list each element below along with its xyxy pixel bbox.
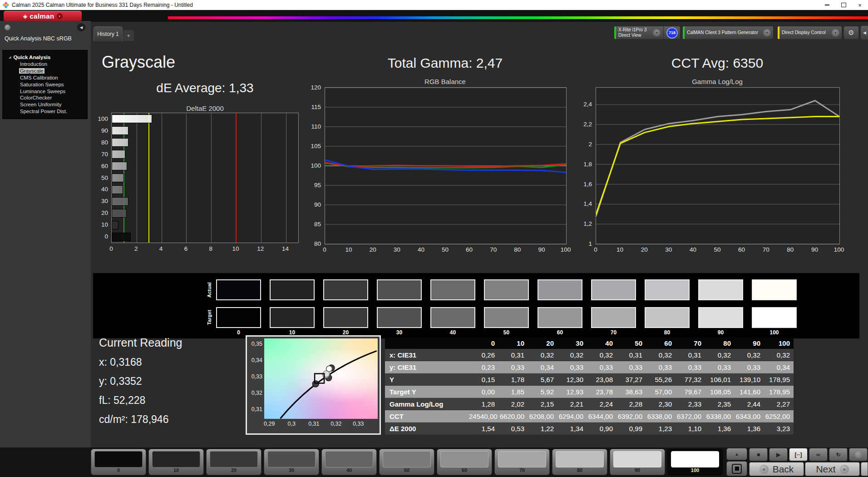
sidebar-item-spectral-power-dist[interactable]: Spectral Power Dist. — [3, 108, 87, 115]
sidebar-collapse-button[interactable]: ◀ — [77, 23, 85, 31]
sidebar-item-introduction[interactable]: Introduction — [3, 61, 87, 68]
sidebar-item-grayscale[interactable]: Grayscale — [3, 68, 87, 75]
sidebar-item-cms-calibration[interactable]: CMS Calibration — [3, 75, 87, 81]
record-button[interactable] — [849, 448, 868, 461]
pattern-window-button[interactable]: [··] — [789, 448, 808, 461]
deltae-bar-30 — [112, 197, 128, 206]
pattern-patch-100[interactable]: 100 — [667, 449, 723, 475]
back-button[interactable]: « Back — [749, 462, 804, 476]
cut-off-button[interactable] — [861, 462, 868, 476]
stop-button[interactable]: ■ — [749, 448, 768, 461]
axis-tick-label: 0 — [323, 246, 326, 253]
deltae-bar-80 — [112, 138, 128, 147]
gamma-y-axis-labels: 11,21,41,61,822,22,4 — [576, 87, 594, 243]
sidebar-item-luminance-sweeps[interactable]: Luminance Sweeps — [3, 88, 87, 94]
tree-root-quick-analysis[interactable]: ◢ Quick Analysis — [3, 54, 87, 61]
actual-swatch-90 — [698, 279, 743, 300]
target-swatch-10 — [270, 307, 315, 328]
deltae-tick-label: 60 — [101, 162, 108, 169]
next-button[interactable]: Next » — [805, 462, 860, 476]
measured-point-white — [326, 366, 332, 372]
continuous-button[interactable]: ∞ — [809, 448, 828, 461]
pattern-patch-buttons: 0102030405060708090100 — [91, 449, 723, 475]
reading-fl-value: fL: 52,228 — [99, 394, 145, 407]
total-gamma-heading: Total Gamma: 2,47 — [325, 55, 566, 71]
pattern-patch-90[interactable]: 90 — [610, 449, 665, 475]
table-header-row: 0102030405060708090100 — [385, 337, 794, 349]
table-cell: 6338,00 — [646, 412, 676, 420]
target-swatch-70 — [591, 307, 636, 328]
pattern-patch-30[interactable]: 30 — [264, 449, 319, 475]
tab-history-1[interactable]: History 1 — [94, 26, 123, 41]
axis-tick-label: 10 — [345, 246, 352, 253]
axis-tick-label: 105 — [311, 143, 321, 149]
pattern-patch-60[interactable]: 60 — [437, 449, 492, 475]
stop-icon: ■ — [757, 452, 760, 458]
table-row-y: Y0,151,785,6712,3023,0837,2755,2677,3210… — [385, 373, 794, 386]
sidebar-item-colorchecker[interactable]: ColorChecker — [3, 94, 87, 101]
table-row-label: Y — [385, 376, 469, 383]
table-row-label: x: CIE31 — [385, 351, 469, 359]
spectrum-strip — [168, 16, 868, 19]
close-button[interactable]: × — [852, 0, 868, 10]
calman-menu-button[interactable]: ◈ calman ▼ — [4, 11, 82, 21]
loop-button[interactable]: ↻ — [829, 448, 848, 461]
swatch-column-label: 40 — [430, 329, 475, 336]
cie-chromaticity-diagram: 0,350,340,330,320,31 0,290,30,310,320,33 — [246, 335, 381, 435]
minimize-button[interactable] — [819, 0, 835, 10]
sidebar-item-screen-uniformity[interactable]: Screen Uniformity — [3, 101, 87, 108]
cie-tick-label: 0,35 — [252, 341, 262, 347]
window-controls: × — [819, 0, 868, 10]
deltae-bar-10 — [112, 221, 118, 229]
table-cell: 6252,00 — [764, 412, 794, 420]
meter-device-button[interactable]: X-Rite i1Pro 3 Direct View ▼ 718 — [614, 26, 681, 40]
pattern-patch-10[interactable]: 10 — [148, 449, 204, 475]
pattern-patch-20[interactable]: 20 — [206, 449, 261, 475]
patch-label: 50 — [380, 467, 434, 473]
cie-tick-label: 0,29 — [264, 421, 275, 427]
settings-button[interactable]: ⚙ — [843, 26, 859, 40]
source-dropdown-icon[interactable]: ▼ — [763, 29, 771, 37]
table-cell: 1,78 — [498, 376, 528, 383]
pattern-patch-40[interactable]: 40 — [321, 449, 377, 475]
sidebar-item-saturation-sweeps[interactable]: Saturation Sweeps — [3, 81, 87, 88]
table-cell: 2,30 — [646, 400, 676, 408]
axis-tick-label: 1,4 — [583, 200, 592, 207]
pattern-patch-0[interactable]: 0 — [91, 449, 146, 475]
deltae-tick-label: 12 — [257, 245, 264, 252]
pattern-patch-80[interactable]: 80 — [552, 449, 607, 475]
table-cell: 0,26 — [469, 351, 498, 359]
display-device-button[interactable]: Direct Display Control ▼ — [777, 26, 842, 40]
meter-dropdown-icon[interactable]: ▼ — [653, 29, 661, 37]
meter-profile-badge[interactable]: 718 — [666, 27, 678, 39]
sidebar-item-label: Saturation Sweeps — [19, 82, 65, 87]
swatch-column-label: 30 — [377, 329, 422, 336]
deltae-y-axis-labels: 1009080706050403020100 — [91, 113, 110, 242]
pattern-window-stop-button[interactable] — [726, 461, 747, 476]
deltae-tick-label: 100 — [98, 115, 108, 122]
display-device-label: Direct Display Control — [779, 30, 832, 35]
cie-tick-label: 0,3 — [288, 421, 296, 427]
pattern-panel-up-button[interactable]: ▲ — [726, 448, 747, 460]
rgb-balance-chart-title: RGB Balance — [325, 78, 566, 85]
panel-collapse-button[interactable]: ◀ — [861, 26, 868, 40]
display-dropdown-icon[interactable]: ▼ — [832, 29, 839, 37]
add-tab-button[interactable]: + — [123, 30, 134, 41]
swatch-column-label: 10 — [270, 329, 315, 336]
pattern-patch-50[interactable]: 50 — [379, 449, 434, 475]
table-cell: 1,22 — [528, 425, 557, 432]
table-cell: 23,78 — [587, 388, 616, 396]
maximize-button[interactable] — [835, 0, 852, 10]
pattern-patch-70[interactable]: 70 — [494, 449, 550, 475]
play-button[interactable]: ▶ — [769, 448, 788, 461]
table-column-header: 70 — [676, 339, 705, 347]
source-device-button[interactable]: CalMAN Client 3 Pattern Generator ▼ — [682, 26, 774, 40]
record-icon — [855, 451, 862, 458]
axis-tick-label: 50 — [442, 246, 449, 253]
cie-tick-label: 0,31 — [252, 406, 262, 412]
swatch-column-label: 60 — [538, 329, 582, 336]
loop-icon: ↻ — [836, 452, 840, 458]
deltae-tick-label: 4 — [159, 245, 163, 252]
source-device-label: CalMAN Client 3 Pattern Generator — [685, 30, 763, 35]
table-cell: 6372,00 — [676, 412, 705, 420]
